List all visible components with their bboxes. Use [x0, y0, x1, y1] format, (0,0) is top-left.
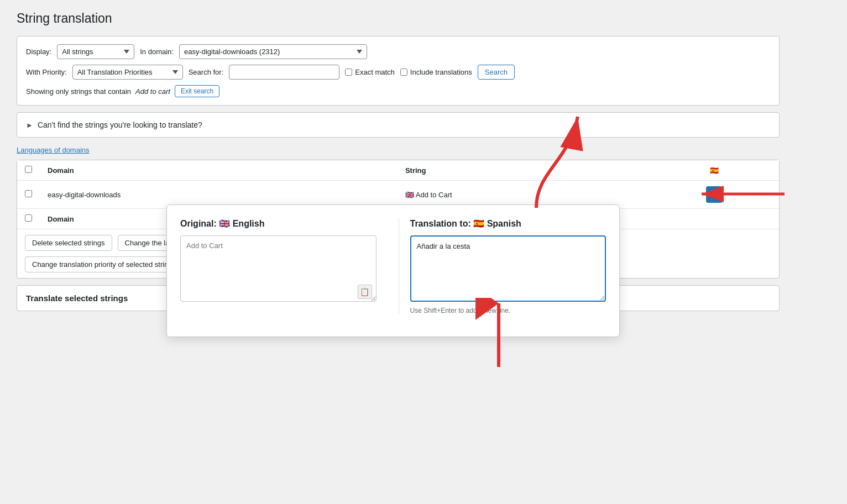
popup-original-title: Original: 🇬🇧 English	[180, 218, 377, 229]
search-for-label: Search for:	[189, 68, 224, 76]
languages-of-domains-link[interactable]: Languages of domains	[17, 146, 90, 154]
copy-icon[interactable]: 📋	[358, 285, 372, 299]
display-select[interactable]: All strings	[57, 44, 134, 59]
popup-divider	[399, 218, 399, 314]
controls-row-2: With Priority: All Translation Prioritie…	[26, 65, 770, 80]
search-input[interactable]: Add to cart	[229, 65, 339, 80]
translation-textarea[interactable]: Añadir a la cesta	[410, 235, 607, 302]
table-header-row: Domain String 🇪🇸	[17, 160, 779, 181]
row-checkbox-cell	[17, 181, 40, 209]
second-select-all-checkbox[interactable]	[25, 214, 32, 222]
popup-original-col: Original: 🇬🇧 English 📋	[180, 218, 377, 314]
popup-translation-title: Translation to: 🇪🇸 Spanish	[410, 218, 607, 229]
translation-popup: Original: 🇬🇧 English 📋 Tra	[166, 204, 620, 337]
hint-text: Use Shift+Enter to add a new line.	[410, 307, 607, 314]
collapsible-section[interactable]: ► Can't find the strings you're looking …	[17, 112, 780, 138]
second-header-checkbox	[17, 209, 40, 229]
exact-match-checkbox[interactable]	[345, 69, 352, 76]
showing-italic: Add to cart	[135, 87, 170, 96]
original-textarea	[180, 235, 377, 302]
change-priority-button[interactable]: Change translation priority of selected …	[25, 256, 185, 272]
include-translations-label[interactable]: Include translations	[400, 68, 472, 76]
priority-label: With Priority:	[26, 68, 67, 76]
header-string: String	[398, 160, 650, 181]
second-header-empty	[649, 209, 779, 229]
row-checkbox[interactable]	[25, 190, 32, 197]
strings-table-container: Domain String 🇪🇸 easy-digital-downloads …	[17, 160, 780, 279]
priority-select[interactable]: All Translation Priorities	[72, 65, 183, 80]
exit-search-button[interactable]: Exit search	[175, 85, 219, 97]
header-checkbox-cell	[17, 160, 40, 181]
row-action-cell: +	[649, 181, 779, 209]
domain-label: In domain:	[140, 48, 174, 56]
popup-header: Original: 🇬🇧 English 📋 Tra	[180, 218, 606, 314]
controls-row-1: Display: All strings In domain: easy-dig…	[26, 44, 770, 59]
original-textarea-wrap: 📋	[180, 235, 377, 303]
search-button[interactable]: Search	[478, 65, 515, 80]
display-label: Display:	[26, 48, 51, 56]
include-translations-checkbox[interactable]	[400, 69, 407, 76]
collapsible-text: Can't find the strings you're looking to…	[38, 120, 202, 129]
domain-select[interactable]: easy-digital-downloads (2312)	[179, 44, 367, 59]
header-domain: Domain	[40, 160, 398, 181]
add-translation-button[interactable]: +	[706, 186, 723, 203]
delete-strings-button[interactable]: Delete selected strings	[25, 235, 112, 251]
controls-area: Display: All strings In domain: easy-dig…	[17, 36, 780, 106]
showing-text-row: Showing only strings that contain Add to…	[26, 85, 770, 97]
showing-label: Showing only strings that contain	[26, 87, 131, 96]
page-title: String translation	[17, 11, 780, 26]
header-flag: 🇪🇸	[649, 160, 779, 181]
select-all-checkbox[interactable]	[25, 166, 32, 173]
exact-match-label[interactable]: Exact match	[345, 68, 395, 76]
chevron-right-icon: ►	[26, 121, 33, 129]
popup-translation-col: Translation to: 🇪🇸 Spanish Añadir a la c…	[410, 218, 607, 314]
